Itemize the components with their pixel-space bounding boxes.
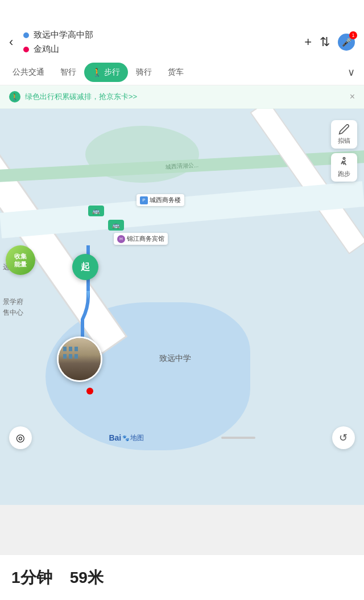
road-top-label: 城西清湖公... <box>166 161 199 171</box>
baidu-paw-icon: 🐾 <box>122 435 129 441</box>
baidu-text-ditu: 地图 <box>130 433 144 443</box>
pencil-tool-button[interactable]: 拟镐 <box>331 120 357 149</box>
run-label: 跑步 <box>338 170 350 178</box>
tab-more-button[interactable]: ∨ <box>343 61 359 83</box>
walk-icon: 🚶 <box>92 68 102 77</box>
destination-dot <box>23 47 29 52</box>
run-icon <box>338 157 350 168</box>
nav-actions: + ⇅ 🎤 1 <box>304 34 355 51</box>
tab-bike[interactable]: 骑行 <box>128 63 160 82</box>
banner-walk-icon: 🚶 <box>9 91 20 102</box>
end-panorama-button[interactable]: 终点全景 <box>57 336 102 382</box>
start-marker: 起 <box>72 254 98 280</box>
bus-stop-marker-2: 🚌 <box>88 206 104 216</box>
banner-text[interactable]: 绿色出行积累碳减排，抢京东卡>> <box>25 92 345 102</box>
bus-icon: 🚌 <box>112 221 120 229</box>
voice-button[interactable]: 🎤 1 <box>338 34 355 51</box>
pencil-label: 拟镐 <box>338 137 350 145</box>
route-summary: 1分钟 59米 <box>11 567 353 589</box>
back-button[interactable]: ‹ <box>5 32 18 52</box>
poi-label-business: 城西商务楼 <box>150 196 181 204</box>
banner-close-button[interactable]: × <box>350 92 355 102</box>
end-panorama-image: 终点全景 <box>59 338 101 380</box>
map-container[interactable]: 城西清湖公... 起 <box>0 109 364 505</box>
refresh-button[interactable]: ↺ <box>332 426 355 449</box>
destination-row: 金鸡山 <box>23 44 299 55</box>
map-right-buttons: 拟镐 跑步 <box>331 120 357 182</box>
poi-label-hotel: 锦江商务宾馆 <box>127 235 164 243</box>
end-dot <box>86 388 93 394</box>
area-label-jing: 景学府售中心 <box>3 297 23 318</box>
status-bar <box>0 0 364 25</box>
map-bottom-controls: ◎ Bai 🐾 地图 ↺ <box>0 426 364 455</box>
energy-label: 收集能量 <box>14 252 27 269</box>
tab-walk[interactable]: 🚶 步行 <box>84 63 128 82</box>
add-waypoint-button[interactable]: + <box>304 35 312 50</box>
origin-row: 致远中学高中部 <box>23 30 299 40</box>
bus-stop-marker: 🚌 <box>108 220 124 231</box>
scroll-handle <box>221 437 255 439</box>
baidu-text-bai: Bai <box>109 433 121 442</box>
promo-banner: 🚶 绿色出行积累碳减排，抢京东卡>> × <box>0 85 364 109</box>
route-time: 1分钟 <box>11 569 52 586</box>
voice-badge: 1 <box>349 31 357 39</box>
destination-label: 金鸡山 <box>34 44 59 55</box>
route-distance: 59米 <box>70 569 104 586</box>
nav-header: ‹ 致远中学高中部 金鸡山 + ⇅ 🎤 1 <box>0 25 364 59</box>
poi-hotel[interactable]: H 锦江商务宾馆 <box>114 233 168 245</box>
tab-smart[interactable]: 智行 <box>52 63 84 82</box>
bus-icon-2: 🚌 <box>92 207 100 215</box>
refresh-icon: ↺ <box>339 431 348 444</box>
baidu-logo: Bai 🐾 地图 <box>109 433 144 443</box>
run-mode-button[interactable]: 跑步 <box>331 153 357 182</box>
svg-point-1 <box>343 158 345 159</box>
bottom-info-bar: 1分钟 59米 <box>0 554 364 600</box>
area-label-zhiyuan: 致远中学 <box>159 354 191 364</box>
energy-collect-button[interactable]: 收集能量 <box>6 245 35 275</box>
transport-tabs: 公共交通 智行 🚶 步行 骑行 货车 ∨ <box>0 59 364 85</box>
route-display: 致远中学高中部 金鸡山 <box>23 30 299 55</box>
poi-business-tower[interactable]: P 城西商务楼 <box>136 194 184 206</box>
tab-walk-label: 步行 <box>104 67 120 77</box>
poi-icon-hotel: H <box>117 235 125 243</box>
origin-dot <box>23 32 29 38</box>
location-icon: ◎ <box>16 431 25 444</box>
tab-transit[interactable]: 公共交通 <box>5 63 52 82</box>
tab-truck[interactable]: 货车 <box>160 63 192 82</box>
origin-label: 致远中学高中部 <box>34 30 93 40</box>
pencil-icon <box>338 124 350 135</box>
route-options-button[interactable]: ⇅ <box>320 35 330 50</box>
poi-icon-business: P <box>140 196 148 204</box>
my-location-button[interactable]: ◎ <box>9 426 32 449</box>
